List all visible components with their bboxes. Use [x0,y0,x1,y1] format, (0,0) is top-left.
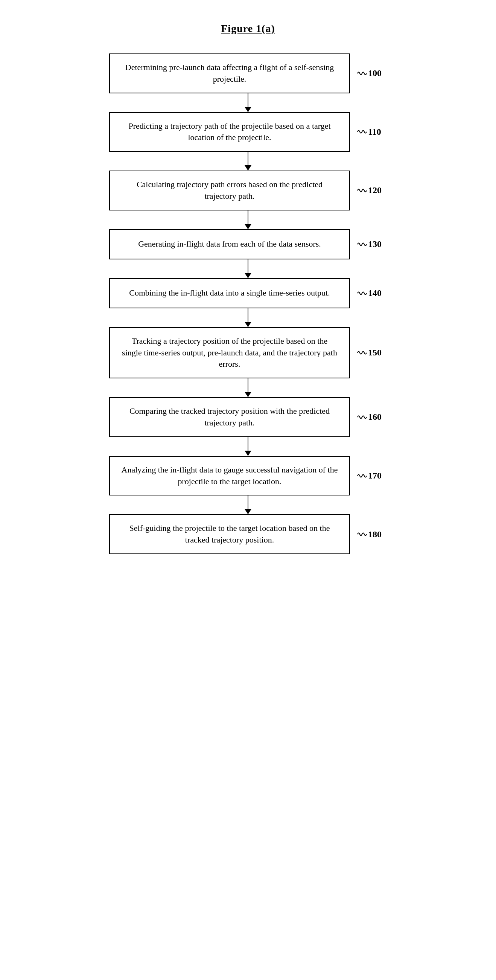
page-title: Figure 1(a) [221,22,275,35]
arrow-1 [67,152,429,170]
step-180-label: 180 [357,529,387,539]
step-120-label: 120 [357,185,387,196]
step-140-row: Combining the in-flight data into a sing… [67,278,429,309]
flowchart: Determining pre-launch data affecting a … [67,54,429,554]
step-180-row: Self-guiding the projectile to the targe… [67,514,429,554]
step-150-row: Tracking a trajectory position of the pr… [67,327,429,379]
step-170-box: Analyzing the in-flight data to gauge su… [109,456,350,496]
step-100-row: Determining pre-launch data affecting a … [67,54,429,93]
step-160-label: 160 [357,412,387,422]
step-180-box: Self-guiding the projectile to the targe… [109,514,350,554]
step-110-label: 110 [357,127,387,137]
step-120-row: Calculating trajectory path errors based… [67,170,429,210]
step-150-box: Tracking a trajectory position of the pr… [109,327,350,379]
step-130-label: 130 [357,239,387,249]
step-140-label: 140 [357,288,387,298]
step-130-row: Generating in-flight data from each of t… [67,229,429,259]
arrow-5 [67,379,429,397]
arrow-2 [67,210,429,229]
step-170-label: 170 [357,471,387,481]
step-100-box: Determining pre-launch data affecting a … [109,54,350,93]
arrow-6 [67,437,429,456]
step-110-row: Predicting a trajectory path of the proj… [67,112,429,152]
step-120-box: Calculating trajectory path errors based… [109,170,350,210]
arrow-0 [67,93,429,112]
step-130-box: Generating in-flight data from each of t… [109,229,350,259]
arrow-4 [67,309,429,327]
step-110-box: Predicting a trajectory path of the proj… [109,112,350,152]
arrow-7 [67,495,429,514]
arrow-3 [67,259,429,278]
step-160-row: Comparing the tracked trajectory positio… [67,397,429,437]
step-100-label: 100 [357,68,387,78]
step-150-label: 150 [357,347,387,358]
step-170-row: Analyzing the in-flight data to gauge su… [67,456,429,496]
step-160-box: Comparing the tracked trajectory positio… [109,397,350,437]
step-140-box: Combining the in-flight data into a sing… [109,278,350,309]
